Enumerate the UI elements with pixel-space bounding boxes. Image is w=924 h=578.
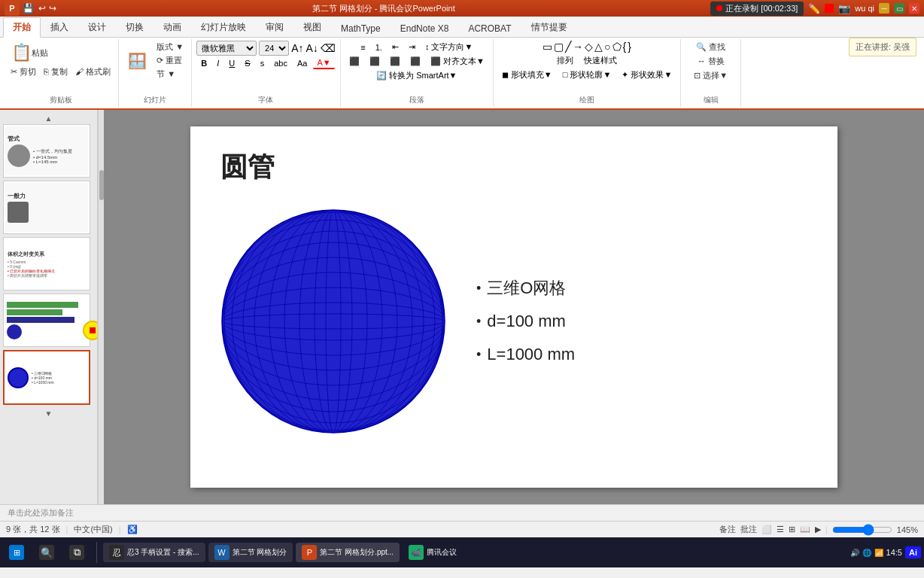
ai-badge[interactable]: Ai (905, 546, 921, 558)
select-button[interactable]: ⊡ 选择▼ (691, 69, 731, 82)
tab-view[interactable]: 视图 (293, 17, 331, 37)
justify-button[interactable]: ⬛ (406, 56, 424, 67)
tab-design[interactable]: 设计 (78, 17, 116, 37)
strikethrough-button[interactable]: S (241, 58, 254, 68)
align-left-button[interactable]: ⬛ (345, 56, 363, 67)
scroll-down-button[interactable]: ▼ (3, 408, 94, 419)
italic-button[interactable]: I (213, 58, 223, 68)
shape-diamond[interactable]: ◇ (585, 41, 593, 53)
scroll-up-button[interactable]: ▲ (3, 113, 94, 124)
comments-button[interactable]: 批注 (740, 524, 757, 535)
slide-thumb-10[interactable]: 10 (3, 294, 90, 347)
accessibility-icon[interactable]: ♿ (127, 525, 138, 534)
taskbar-item-ppt[interactable]: P 第二节 网格划分.ppt... (296, 543, 400, 562)
shape-brace-right[interactable]: } (628, 41, 631, 53)
font-color-button[interactable]: A▼ (313, 57, 334, 69)
quick-access-undo[interactable]: ↩ (38, 3, 46, 14)
taskbar-item-ninja[interactable]: 忍 忍3 手柄设置 - 搜索... (103, 543, 205, 562)
increase-indent-button[interactable]: ⇥ (405, 41, 419, 53)
zoom-slider[interactable] (832, 525, 892, 535)
slide-panel-scrollbar[interactable] (98, 110, 104, 504)
slide-thumb-11[interactable]: 11 • 三维O网格 • d=100 mm • L=1000 mm (3, 350, 90, 405)
rec-stop-icon[interactable] (825, 4, 834, 13)
convert-smartart-button[interactable]: 🔄 转换为 SmartArt▼ (372, 69, 460, 82)
tab-transitions[interactable]: 切换 (116, 17, 153, 37)
slide-thumb-7[interactable]: 7 管式 • 一管式，均匀集度• d=14.5mm• L=145 mm (3, 124, 90, 178)
clear-format-button[interactable]: ⌫ (321, 42, 336, 54)
slide-canvas[interactable]: 圆管 (190, 126, 837, 488)
view-sorter-icon[interactable]: ⊞ (789, 525, 795, 534)
replace-button[interactable]: ↔ 替换 (695, 55, 728, 68)
restore-button[interactable]: ▭ (894, 3, 904, 14)
tab-insert[interactable]: 插入 (41, 17, 78, 37)
view-slideshow-icon[interactable]: ▶ (815, 525, 821, 534)
align-center-button[interactable]: ⬛ (366, 56, 384, 67)
slide-thumb-8[interactable]: 8 一般力 (3, 181, 90, 234)
taskbar-item-notes[interactable]: W 第二节 网格划分 (208, 543, 293, 562)
minimize-button[interactable]: ─ (879, 3, 889, 14)
quick-access-save[interactable]: 💾 (23, 3, 34, 14)
shape-triangle[interactable]: △ (594, 41, 603, 53)
tab-mathtype[interactable]: MathType (331, 20, 391, 37)
find-button[interactable]: 🔍 查找 (693, 41, 728, 53)
shape-line[interactable]: ╱ (565, 41, 571, 53)
shape-circle[interactable]: ○ (604, 41, 610, 53)
view-outline-icon[interactable]: ☰ (777, 525, 784, 534)
reset-button[interactable]: ⟳ 重置 (153, 54, 187, 67)
bold-button[interactable]: B (197, 58, 211, 68)
shape-rounded-rect[interactable]: ▢ (554, 41, 564, 53)
tab-acrobat[interactable]: ACROBAT (458, 20, 521, 37)
notes-button[interactable]: 备注 (719, 524, 736, 535)
bullets-button[interactable]: ≡ (357, 42, 369, 53)
tab-storyboard[interactable]: 情节提要 (521, 17, 577, 37)
view-reading-icon[interactable]: 📖 (800, 525, 810, 534)
increase-font-button[interactable]: A↑ (291, 42, 303, 54)
decrease-font-button[interactable]: A↓ (305, 42, 318, 54)
change-case-button[interactable]: Aa (293, 58, 311, 68)
tab-endnote[interactable]: EndNote X8 (391, 20, 459, 37)
search-button[interactable]: 🔍 (33, 543, 60, 562)
shape-fill-button[interactable]: ◼ 形状填充▼ (498, 68, 556, 81)
shape-effect-button[interactable]: ✦ 形状效果▼ (618, 68, 676, 81)
view-normal-icon[interactable]: ⬜ (761, 525, 772, 534)
font-size-select[interactable]: 24 (259, 41, 289, 56)
decrease-indent-button[interactable]: ⇤ (388, 41, 403, 53)
close-button[interactable]: ✕ (909, 3, 919, 14)
tab-animations[interactable]: 动画 (153, 17, 191, 37)
task-view-button[interactable]: ⧉ (63, 543, 90, 562)
text-direction-button[interactable]: ↕ 文字方向▼ (421, 41, 476, 53)
cut-button[interactable]: ✂ 剪切 (8, 65, 39, 78)
underline-button[interactable]: U (225, 58, 239, 68)
format-painter-button[interactable]: 🖌 格式刷 (72, 65, 114, 78)
slide-thumb-9[interactable]: 9 体积之时变关系 • 5 Cavmm • 0 (mg) • 已切片后的轴向变化… (3, 237, 90, 291)
pen-icon[interactable]: ✏️ (808, 3, 820, 14)
tray-icon-2[interactable]: 🌐 (862, 549, 871, 557)
tab-slideshow[interactable]: 幻灯片放映 (191, 17, 256, 37)
shape-brace-left[interactable]: { (623, 41, 627, 53)
start-button[interactable]: ⊞ (3, 543, 30, 562)
align-text-button[interactable]: ⬛ 对齐文本▼ (427, 55, 488, 68)
font-family-select[interactable]: 微软雅黑 (196, 41, 257, 56)
taskbar-item-meeting[interactable]: 📹 腾讯会议 (403, 543, 463, 562)
align-right-button[interactable]: ⬛ (386, 56, 404, 67)
slide-panel[interactable]: ▲ 7 管式 • 一管式，均匀集度• d=14.5mm• L=145 mm 8 … (0, 110, 98, 504)
tray-icon-1[interactable]: 🔊 (850, 549, 859, 557)
shape-outline-button[interactable]: □ 形状轮廓▼ (559, 68, 615, 81)
arrange-button[interactable]: 排列 (553, 54, 577, 67)
tab-home[interactable]: 开始 (3, 17, 41, 38)
char-spacing-button[interactable]: abc (270, 58, 291, 68)
numbering-button[interactable]: 1. (372, 42, 386, 53)
tray-icon-3[interactable]: 📶 (874, 549, 883, 557)
tab-review[interactable]: 审阅 (256, 17, 293, 37)
quick-styles-button[interactable]: 快速样式 (580, 54, 621, 67)
camera-icon[interactable]: 📷 (838, 3, 850, 14)
shadow-button[interactable]: s (257, 58, 269, 68)
notes-bar[interactable]: 单击此处添加备注 (0, 504, 924, 521)
paste-button[interactable]: 📋 粘贴 (8, 41, 53, 65)
shape-arrow[interactable]: → (573, 41, 583, 53)
section-button[interactable]: 节 ▼ (153, 68, 187, 81)
copy-button[interactable]: ⎘ 复制 (41, 65, 71, 78)
shape-pentagon[interactable]: ⬠ (612, 41, 622, 53)
layout-button[interactable]: 版式 ▼ (153, 41, 187, 53)
new-slide-button[interactable]: 🪟 (123, 49, 150, 73)
